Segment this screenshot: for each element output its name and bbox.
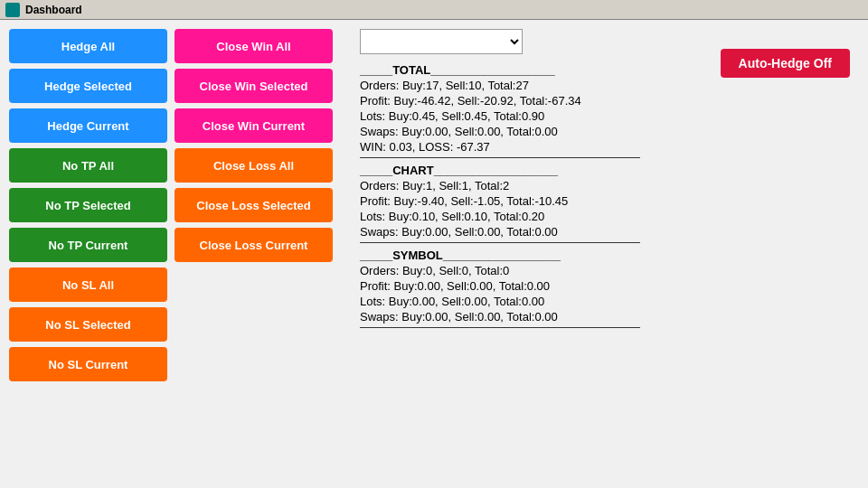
info-line-2-1: Profit: Buy:0.00, Sell:0.00, Total:0.00 [360, 279, 859, 293]
info-line-2-0: Orders: Buy:0, Sell:0, Total:0 [360, 264, 859, 277]
hedge-selected-button[interactable]: Hedge Selected [9, 69, 167, 103]
title-bar-text: Dashboard [25, 4, 82, 16]
info-line-1-3: Swaps: Buy:0.00, Sell:0.00, Total:0.00 [360, 225, 859, 239]
info-line-0-3: Swaps: Buy:0.00, Sell:0.00, Total:0.00 [360, 125, 859, 138]
info-line-2-3: Swaps: Buy:0.00, Sell:0.00, Total:0.00 [360, 310, 859, 324]
info-line-2-2: Lots: Buy:0.00, Sell:0.00, Total:0.00 [360, 295, 859, 308]
close-win-selected-button[interactable]: Close Win Selected [175, 69, 333, 103]
close-win-all-button[interactable]: Close Win All [175, 29, 333, 63]
hedge-all-button[interactable]: Hedge All [9, 29, 167, 63]
close-loss-all-button[interactable]: Close Loss All [175, 148, 333, 183]
info-line-0-0: Orders: Buy:17, Sell:10, Total:27 [360, 79, 859, 92]
close-loss-current-button[interactable]: Close Loss Current [175, 228, 333, 262]
info-line-1-0: Orders: Buy:1, Sell:1, Total:2 [360, 179, 859, 192]
info-section-0: _____TOTAL___________________Orders: Buy… [360, 63, 859, 160]
main-content: Hedge AllHedge SelectedHedge CurrentNo T… [0, 20, 868, 488]
section-title-1: _____CHART___________________ [360, 164, 859, 177]
info-line-0-2: Lots: Buy:0.45, Sell:0.45, Total:0.90 [360, 109, 859, 123]
info-section-1: _____CHART___________________Orders: Buy… [360, 164, 859, 245]
info-line-0-1: Profit: Buy:-46.42, Sell:-20.92, Total:-… [360, 94, 859, 108]
auto-hedge-button[interactable]: Auto-Hedge Off [721, 49, 850, 78]
no-tp-selected-button[interactable]: No TP Selected [9, 188, 167, 222]
title-bar: Dashboard [0, 0, 868, 20]
info-line-1-2: Lots: Buy:0.10, Sell:0.10, Total:0.20 [360, 210, 859, 223]
col-2: Close Win AllClose Win SelectedClose Win… [175, 29, 333, 479]
close-win-current-button[interactable]: Close Win Current [175, 108, 333, 143]
app-icon [5, 3, 20, 17]
info-section-2: _____SYMBOL__________________Orders: Buy… [360, 249, 859, 330]
section-divider-1 [360, 242, 640, 243]
no-sl-current-button[interactable]: No SL Current [9, 347, 167, 381]
no-sl-all-button[interactable]: No SL All [9, 267, 167, 302]
section-title-2: _____SYMBOL__________________ [360, 249, 859, 262]
info-sections: _____TOTAL___________________Orders: Buy… [360, 63, 859, 333]
info-line-1-1: Profit: Buy:-9.40, Sell:-1.05, Total:-10… [360, 194, 859, 208]
right-panel: _____TOTAL___________________Orders: Buy… [342, 29, 859, 479]
section-divider-0 [360, 157, 640, 158]
info-line-0-4: WIN: 0.03, LOSS: -67.37 [360, 140, 859, 154]
close-loss-selected-button[interactable]: Close Loss Selected [175, 188, 333, 222]
col-1: Hedge AllHedge SelectedHedge CurrentNo T… [9, 29, 167, 479]
no-sl-selected-button[interactable]: No SL Selected [9, 307, 167, 342]
symbol-select[interactable] [360, 29, 523, 54]
no-tp-current-button[interactable]: No TP Current [9, 228, 167, 262]
left-panel: Hedge AllHedge SelectedHedge CurrentNo T… [9, 29, 333, 479]
section-divider-2 [360, 327, 640, 328]
no-tp-all-button[interactable]: No TP All [9, 148, 167, 183]
hedge-current-button[interactable]: Hedge Current [9, 108, 167, 143]
